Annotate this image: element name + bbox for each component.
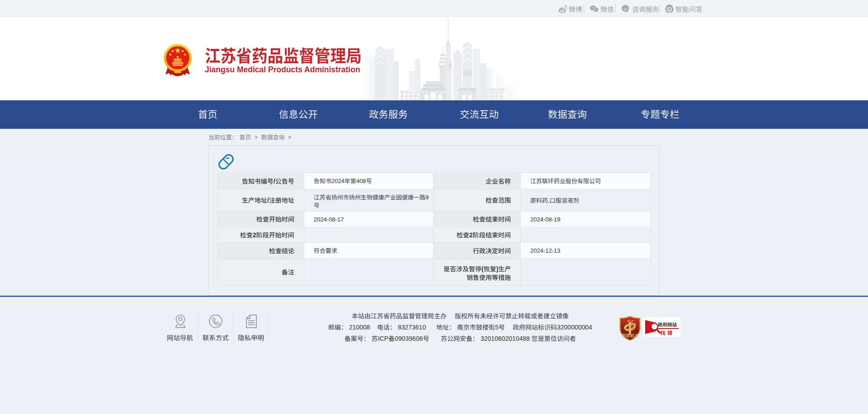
- svg-text:9: 9: [425, 194, 429, 201]
- svg-text:210008: 210008: [349, 324, 370, 331]
- svg-text:2024-08-19: 2024-08-19: [530, 216, 561, 223]
- svg-text:2024: 2024: [331, 178, 344, 184]
- svg-text:32010602010488: 32010602010488: [481, 335, 530, 342]
- svg-text:ICP: ICP: [378, 335, 388, 342]
- svg-text:>: >: [288, 134, 292, 141]
- svg-text:09039606: 09039606: [395, 335, 423, 342]
- svg-text:>: >: [255, 134, 258, 141]
- svg-text:5: 5: [495, 324, 498, 331]
- svg-text:408: 408: [356, 178, 366, 184]
- svg-text:): ): [496, 265, 498, 273]
- svg-text:2024-08-17: 2024-08-17: [314, 216, 344, 223]
- svg-text:2024-12-13: 2024-12-13: [530, 247, 561, 254]
- svg-text:3200000004: 3200000004: [557, 324, 592, 331]
- svg-text:2: 2: [469, 231, 473, 239]
- svg-text:2: 2: [253, 231, 256, 239]
- svg-text:/: /: [274, 178, 275, 185]
- svg-text:,: ,: [548, 197, 550, 204]
- svg-text:(: (: [481, 265, 484, 273]
- svg-text:83273610: 83273610: [398, 324, 426, 331]
- svg-text:/: /: [267, 197, 269, 204]
